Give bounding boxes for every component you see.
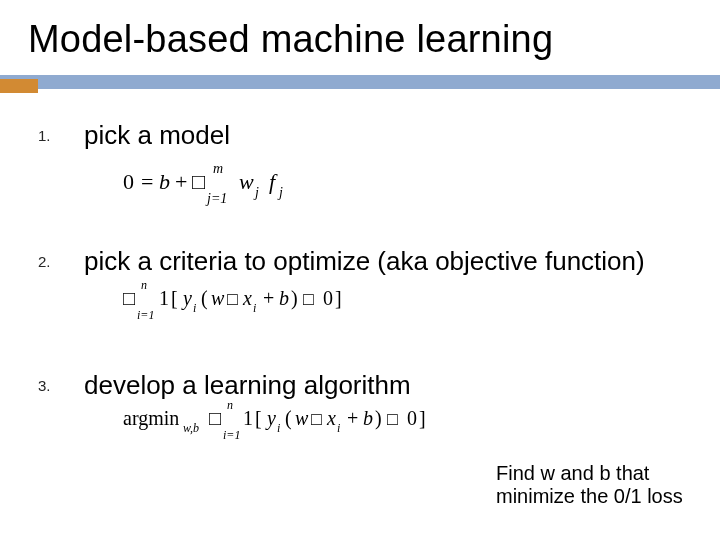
cmp-box-icon: □: [387, 409, 398, 429]
list-number: 3.: [38, 371, 60, 394]
rp: ): [291, 287, 298, 310]
wj: j: [253, 185, 259, 200]
lp: (: [285, 407, 292, 430]
sup-m: m: [213, 161, 223, 176]
sup-n: n: [141, 279, 147, 292]
plus: +: [263, 287, 274, 309]
xi: i: [253, 301, 256, 315]
list-item: 2. pick a criteria to optimize (aka obje…: [38, 247, 700, 277]
formula-learning: argmin w,b □ n i=1 1 [ y i ( w □ x i + b…: [123, 399, 700, 447]
lp: (: [201, 287, 208, 310]
sum-box-icon: □: [192, 169, 205, 194]
formula-model: 0 = b + □ m j=1 w j f j: [123, 161, 700, 211]
w: w: [211, 287, 225, 309]
rbr: ]: [419, 407, 426, 429]
zero: 0: [407, 407, 417, 429]
one: 1: [159, 287, 169, 309]
annotation-note: Find w and b that minimize the 0/1 loss: [496, 462, 696, 508]
list-text: develop a learning algorithm: [84, 371, 411, 401]
cmp-box-icon: □: [303, 289, 314, 309]
sub-j: j=1: [205, 191, 227, 206]
slide-title: Model-based machine learning: [0, 0, 720, 61]
plus: +: [347, 407, 358, 429]
sup-n: n: [227, 399, 233, 412]
argmin-sub: w,b: [183, 421, 199, 435]
sum-box-icon: □: [123, 287, 135, 309]
x: x: [326, 407, 336, 429]
b: b: [279, 287, 289, 309]
yi: i: [193, 301, 196, 315]
rule-orange: [0, 79, 38, 93]
list-number: 1.: [38, 121, 60, 144]
zero: 0: [323, 287, 333, 309]
list-text: pick a criteria to optimize (aka objecti…: [84, 247, 645, 277]
list-item: 1. pick a model: [38, 121, 700, 151]
rbr: ]: [335, 287, 342, 309]
dot-box-icon: □: [227, 289, 238, 309]
lbr: [: [255, 407, 262, 429]
y: y: [181, 287, 192, 310]
fj: j: [277, 185, 283, 200]
list-item: 3. develop a learning algorithm: [38, 371, 700, 401]
w: w: [295, 407, 309, 429]
plus: +: [175, 169, 187, 194]
one: 1: [243, 407, 253, 429]
x: x: [242, 287, 252, 309]
lhs: 0: [123, 169, 134, 194]
xi: i: [337, 421, 340, 435]
formula-objective: □ n i=1 1 [ y i ( w □ x i + b ) □ 0 ]: [123, 279, 700, 327]
argmin: argmin: [123, 407, 179, 430]
slide: Model-based machine learning 1. pick a m…: [0, 0, 720, 540]
dot-box-icon: □: [311, 409, 322, 429]
b: b: [363, 407, 373, 429]
sub-i: i=1: [137, 308, 154, 322]
slide-body: 1. pick a model 0 = b + □ m j=1 w j f j …: [0, 93, 720, 447]
f: f: [269, 169, 278, 194]
y: y: [265, 407, 276, 430]
title-rule: [0, 75, 720, 93]
yi: i: [277, 421, 280, 435]
bias: b: [159, 169, 170, 194]
sum-box-icon: □: [209, 407, 221, 429]
list-number: 2.: [38, 247, 60, 270]
rule-blue: [0, 75, 720, 89]
w: w: [239, 169, 254, 194]
eq: =: [141, 169, 153, 194]
sub-i: i=1: [223, 428, 240, 442]
rp: ): [375, 407, 382, 430]
lbr: [: [171, 287, 178, 309]
list-text: pick a model: [84, 121, 230, 151]
